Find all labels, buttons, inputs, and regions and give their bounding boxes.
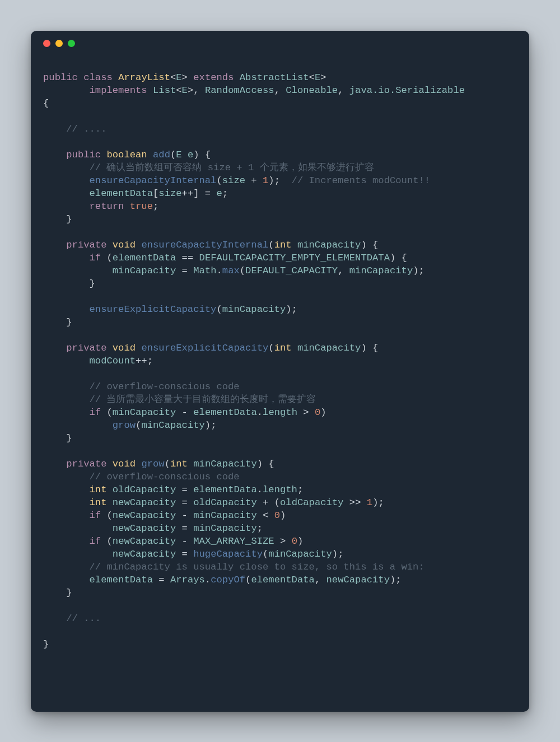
type-list: List — [153, 85, 176, 96]
minimize-icon[interactable] — [55, 40, 63, 47]
method-ensurecapacityinternal: ensureCapacityInternal — [141, 240, 268, 250]
comment-win: // minCapacity is usually close to size,… — [90, 562, 424, 572]
num-1: 1 — [263, 175, 268, 186]
window-titlebar — [31, 31, 529, 55]
var-size: size — [222, 175, 245, 186]
comment-inc-modcount: // Increments modCount!! — [292, 175, 431, 186]
type-void: void — [113, 240, 136, 250]
kw-return: return — [90, 201, 124, 212]
call-ensurecapacityinternal: ensureCapacityInternal — [90, 175, 217, 186]
literal-true: true — [130, 201, 153, 212]
comment-overflow2: // overflow-conscious code — [90, 472, 240, 482]
close-icon[interactable] — [43, 40, 50, 47]
class-math: Math — [193, 265, 216, 276]
class-arrays: Arrays — [170, 575, 205, 585]
code-block: public class ArrayList<E> extends Abstra… — [31, 55, 529, 662]
method-ensureexplicitcapacity: ensureExplicitCapacity — [141, 343, 268, 353]
type-serializable: java.io.Serializable — [349, 85, 465, 96]
var-newcapacity: newCapacity — [113, 497, 176, 508]
prop-length: length — [263, 407, 297, 418]
const-defaultcapacity-empty: DEFAULTCAPACITY_EMPTY_ELEMENTDATA — [199, 253, 390, 263]
comment-dots: // .... — [66, 124, 106, 134]
kw-if: if — [90, 253, 101, 263]
kw-class: class — [83, 72, 113, 83]
call-grow: grow — [113, 420, 136, 431]
comment-overflow: // overflow-conscious code — [90, 381, 240, 392]
comment-dots-end: // ... — [66, 613, 101, 624]
var-modcount: modCount — [90, 356, 136, 366]
kw-implements: implements — [90, 85, 147, 96]
comment-add-zh: // 确认当前数组可否容纳 size + 1 个元素，如果不够进行扩容 — [90, 162, 374, 173]
call-copyof: copyOf — [211, 575, 245, 585]
kw-public: public — [43, 72, 78, 83]
comment-grow-zh: // 当所需最小容量大于目前数组的长度时，需要扩容 — [90, 394, 316, 405]
call-ensureexplicitcapacity: ensureExplicitCapacity — [90, 304, 217, 315]
type-cloneable: Cloneable — [286, 85, 338, 96]
type-abstractlist: AbstractList — [240, 72, 309, 83]
type-randomaccess: RandomAccess — [205, 85, 274, 96]
type-int: int — [90, 484, 107, 495]
num-0: 0 — [315, 407, 320, 418]
type-boolean: boolean — [106, 150, 147, 160]
method-add: add — [153, 150, 170, 160]
param-mincapacity: minCapacity — [297, 240, 361, 250]
var-elementdata: elementData — [90, 188, 153, 199]
kw-private: private — [66, 240, 106, 250]
type-arraylist: ArrayList — [118, 72, 170, 83]
const-default-capacity: DEFAULT_CAPACITY — [245, 265, 338, 276]
param-e: e — [188, 150, 193, 160]
zoom-icon[interactable] — [68, 40, 75, 47]
var-oldcapacity: oldCapacity — [113, 484, 176, 495]
kw-extends: extends — [193, 72, 234, 83]
method-grow: grow — [141, 459, 164, 469]
call-hugecapacity: hugeCapacity — [193, 549, 263, 559]
code-window: public class ArrayList<E> extends Abstra… — [31, 31, 529, 712]
typeparam-e: E — [176, 72, 181, 83]
const-max-array-size: MAX_ARRAY_SIZE — [193, 536, 274, 547]
call-max: max — [222, 265, 240, 276]
